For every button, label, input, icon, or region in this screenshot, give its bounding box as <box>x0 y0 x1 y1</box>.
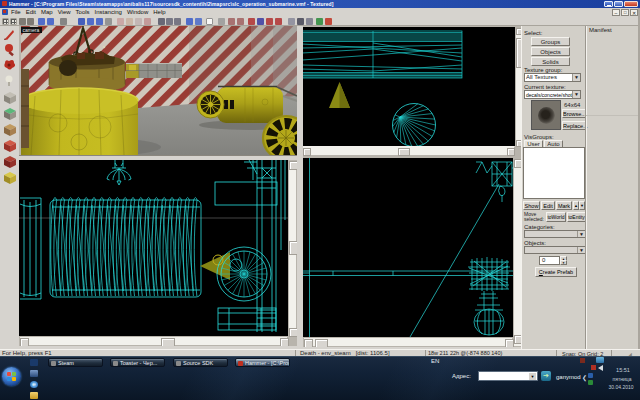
svg-text:camera: camera <box>23 27 40 33</box>
